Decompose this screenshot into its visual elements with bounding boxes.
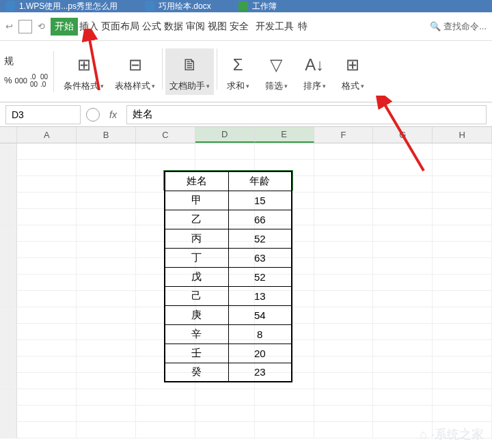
conditional-format-button[interactable]: ⊞条件格式▾ (59, 48, 108, 95)
formula-input[interactable]: 姓名 (126, 105, 487, 124)
table-cell[interactable]: 52 (228, 229, 292, 248)
name-search-icon[interactable] (86, 108, 100, 122)
table-row: 甲15 (165, 191, 292, 210)
col-header-A[interactable]: A (17, 127, 77, 143)
doc-tab-3[interactable]: 工作簿 (238, 1, 277, 12)
table-header-row: 姓名年龄 (165, 171, 292, 191)
formula-bar: D3 fx 姓名 (0, 102, 492, 127)
format-button[interactable]: ⊞格式▾ (335, 48, 370, 95)
sum-icon: Σ (224, 51, 251, 79)
dropdown-arrow-icon: ▾ (361, 83, 364, 89)
table-row: 庚54 (165, 305, 292, 324)
increase-decimal-icon[interactable]: .000 (30, 73, 38, 88)
col-header-C[interactable]: C (136, 127, 195, 143)
table-row: 癸23 (165, 363, 292, 382)
doc-helper-button[interactable]: 🗎文档助手▾ (165, 48, 214, 95)
divider (162, 48, 163, 89)
divider (53, 51, 54, 92)
sheet-area: ABCDEFGH 姓名年龄甲15乙66丙52丁63戊52己13庚54辛8壬20癸… (0, 127, 492, 438)
format-icon: ⊞ (339, 51, 366, 79)
word-icon (5, 1, 15, 11)
table-cell[interactable]: 乙 (165, 210, 228, 229)
table-row: 戊52 (165, 267, 292, 286)
table-cell[interactable]: 壬 (165, 344, 228, 363)
table-cell[interactable]: 甲 (165, 191, 228, 210)
table-row: 丙52 (165, 229, 292, 248)
tab-layout[interactable]: 页面布局 (100, 18, 141, 36)
table-style-button[interactable]: ⊟表格样式▾ (111, 48, 159, 95)
doc-tab-2[interactable]: 巧用绘本.docx (145, 1, 211, 12)
sum-button[interactable]: Σ求和▾ (220, 48, 256, 95)
dropdown-arrow-icon: ▾ (284, 83, 288, 89)
table-cell[interactable]: 63 (228, 248, 292, 267)
column-headers: ABCDEFGH (0, 127, 492, 143)
search-icon: 🔍 (430, 21, 441, 31)
ribbon-number-format: 规 % 000 .000 00.0 (3, 55, 48, 88)
sheet-icon (238, 1, 248, 11)
table-cell[interactable]: 丁 (165, 248, 228, 267)
col-header-D[interactable]: D (195, 127, 255, 143)
dropdown-arrow-icon: ▾ (246, 83, 249, 89)
col-header-G[interactable]: G (373, 127, 433, 143)
watermark: ⌂ ·系统之家 (420, 426, 484, 443)
table-cell[interactable]: 52 (228, 267, 292, 286)
table-row: 壬20 (165, 344, 292, 363)
tab-review[interactable]: 审阅 (184, 18, 206, 36)
tab-devtools[interactable]: 开发工具 (254, 18, 295, 36)
sort-button[interactable]: A↓排序▾ (297, 48, 332, 95)
fx-icon[interactable]: fx (109, 109, 117, 120)
dropdown-arrow-icon: ▾ (323, 83, 326, 89)
tab-data[interactable]: 数据 (163, 18, 184, 36)
col-header-H[interactable]: H (433, 127, 492, 143)
filter-button[interactable]: ▽筛选▾ (258, 48, 294, 95)
table-cell[interactable]: 8 (228, 324, 292, 344)
table-cell[interactable]: 15 (228, 191, 292, 210)
dropdown-arrow-icon: ▾ (152, 83, 155, 89)
number-format-controls[interactable]: % 000 .000 00.0 (4, 73, 48, 88)
table-cell[interactable]: 辛 (165, 324, 228, 344)
tab-view[interactable]: 视图 (206, 18, 228, 36)
table-cell[interactable]: 23 (228, 363, 292, 382)
col-header-B[interactable]: B (77, 127, 136, 143)
table-cell[interactable]: 戊 (165, 267, 228, 286)
command-search[interactable]: 🔍 查找命令... (430, 20, 487, 33)
table-cell[interactable]: 20 (228, 344, 292, 363)
window-icon[interactable] (18, 20, 32, 33)
decrease-decimal-icon[interactable]: 00.0 (40, 73, 48, 88)
table-cell[interactable]: 54 (228, 305, 292, 324)
doc-helper-icon: 🗎 (176, 51, 204, 79)
doc-tab-1[interactable]: 1.WPS使用...ps秀里怎么用 (5, 1, 118, 12)
table-header-cell[interactable]: 年龄 (228, 171, 292, 191)
filter-icon: ▽ (262, 51, 290, 79)
conditional-format-icon: ⊞ (70, 51, 98, 79)
tab-security[interactable]: 安全 (228, 18, 250, 36)
pin-icon[interactable]: ⟲ (38, 21, 45, 31)
table-cell[interactable]: 癸 (165, 363, 228, 382)
data-table: 姓名年龄甲15乙66丙52丁63戊52己13庚54辛8壬20癸23 (164, 171, 292, 382)
tab-start[interactable]: 开始 (51, 18, 78, 36)
select-all-corner[interactable] (0, 127, 17, 143)
col-header-F[interactable]: F (314, 127, 374, 143)
tab-formula[interactable]: 公式 (141, 18, 163, 36)
tab-insert[interactable]: 插入 (78, 18, 100, 36)
table-row: 乙66 (165, 210, 292, 229)
percent-icon[interactable]: % (4, 75, 12, 85)
sort-icon: A↓ (301, 51, 328, 79)
table-cell[interactable]: 丙 (165, 229, 228, 248)
table-cell[interactable]: 13 (228, 286, 292, 305)
col-header-E[interactable]: E (255, 127, 314, 143)
tab-extra[interactable]: 特 (297, 18, 309, 36)
thousands-icon[interactable]: 000 (15, 76, 27, 85)
watermark-icon: ⌂ (420, 428, 427, 442)
divider (217, 48, 217, 89)
document-tabs-bar: 1.WPS使用...ps秀里怎么用 巧用绘本.docx 工作簿 (0, 0, 492, 12)
table-row: 辛8 (165, 324, 292, 344)
back-icon[interactable]: ↩ (5, 21, 13, 31)
table-cell[interactable]: 己 (165, 286, 228, 305)
table-cell[interactable]: 66 (228, 210, 292, 229)
table-cell[interactable]: 庚 (165, 305, 228, 324)
cell-reference-input[interactable]: D3 (5, 105, 81, 124)
word-icon (145, 1, 154, 11)
table-header-cell[interactable]: 姓名 (165, 171, 228, 191)
menu-bar: ↩ ⟲ 开始 插入 页面布局 公式 数据 审阅 视图 安全 开发工具 特 🔍 查… (0, 12, 492, 41)
